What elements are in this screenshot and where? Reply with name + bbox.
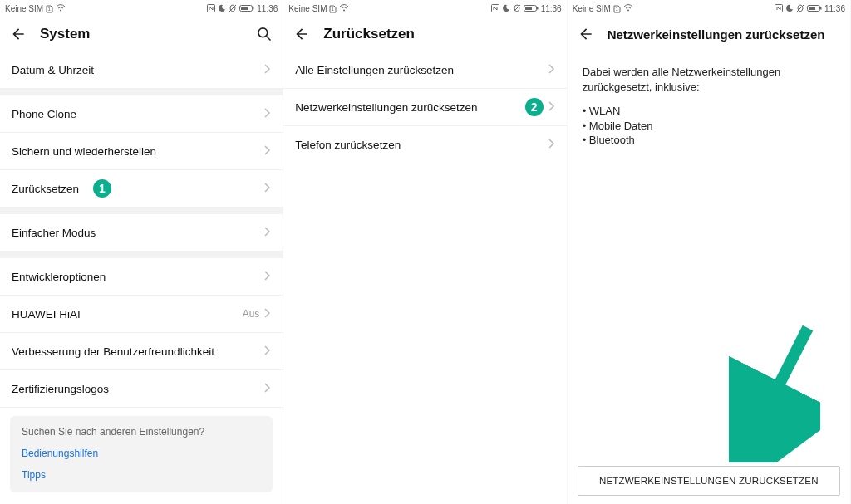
chevron-right-icon xyxy=(264,64,271,76)
row-sichern[interactable]: Sichern und wiederherstellen xyxy=(0,133,283,170)
step-badge-2: 2 xyxy=(524,96,545,118)
suggest-link-tipps[interactable]: Tipps xyxy=(22,469,261,481)
chevron-right-icon xyxy=(264,271,271,283)
mute-icon xyxy=(796,4,804,12)
moon-icon xyxy=(218,4,226,12)
row-huawei-hiai[interactable]: HUAWEI HiAI Aus xyxy=(0,296,283,333)
row-verbesserung[interactable]: Verbesserung der Benutzerfreundlichkeit xyxy=(0,333,283,370)
pointer-arrow-icon xyxy=(729,321,820,466)
sim-status: Keine SIM xyxy=(5,4,43,13)
svg-point-7 xyxy=(258,28,268,37)
back-icon[interactable] xyxy=(10,26,27,42)
suggest-prompt: Suchen Sie nach anderen Einstellungen? xyxy=(22,426,261,438)
nfc-icon xyxy=(775,4,783,12)
chevron-right-icon xyxy=(264,183,271,195)
screen-netzwerk-reset: Keine SIM 1 11:36 Netzwerkeinstellungen … xyxy=(568,0,851,504)
nfc-icon xyxy=(491,4,499,12)
svg-text:1: 1 xyxy=(332,7,335,12)
section-divider xyxy=(0,252,283,258)
moon-icon xyxy=(502,4,510,12)
status-bar: Keine SIM 1 11:36 xyxy=(568,0,850,17)
wifi-icon xyxy=(339,4,349,12)
sim-status: Keine SIM xyxy=(288,4,327,13)
chevron-right-icon xyxy=(264,308,271,321)
chevron-right-icon xyxy=(264,227,271,239)
status-bar: Keine SIM 1 11:36 xyxy=(0,0,283,17)
clock-text: 11:36 xyxy=(541,4,562,13)
info-block: Dabei werden alle Netzwerkeinstellungen … xyxy=(568,51,850,151)
chevron-right-icon xyxy=(548,139,555,151)
clock-text: 11:36 xyxy=(824,4,845,13)
page-title: System xyxy=(40,26,243,42)
info-bullets: WLAN Mobile Daten Bluetooth xyxy=(583,104,835,148)
row-alle-einstellungen[interactable]: Alle Einstellungen zurücksetzen xyxy=(283,51,566,89)
wifi-icon xyxy=(623,4,633,12)
row-entwickleroptionen[interactable]: Entwickleroptionen xyxy=(0,258,283,296)
row-telefon-zuruecksetzen[interactable]: Telefon zurücksetzen xyxy=(283,126,566,164)
chevron-right-icon xyxy=(264,383,271,395)
status-bar: Keine SIM 1 11:36 xyxy=(283,0,566,17)
reset-network-button[interactable]: NETZWERKEINSTELLUNGEN ZURÜCKSETZEN xyxy=(578,466,840,496)
page-title: Netzwerkeinstellungen zurücksetzen xyxy=(608,27,840,42)
svg-rect-15 xyxy=(525,7,532,10)
info-desc: Dabei werden alle Netzwerkeinstellungen … xyxy=(583,65,835,94)
step-badge-1: 1 xyxy=(91,178,113,199)
page-title: Zurücksetzen xyxy=(323,26,556,42)
mute-icon xyxy=(229,4,237,12)
chevron-right-icon xyxy=(548,64,555,76)
battery-icon xyxy=(807,4,822,12)
svg-line-8 xyxy=(267,37,271,41)
battery-icon xyxy=(239,4,254,12)
row-phone-clone[interactable]: Phone Clone xyxy=(0,95,283,133)
svg-text:1: 1 xyxy=(615,7,618,12)
svg-rect-14 xyxy=(537,7,539,10)
row-zuruecksetzen[interactable]: Zurücksetzen 1 xyxy=(0,170,283,208)
wifi-icon xyxy=(56,4,66,12)
sim-card-icon: 1 xyxy=(46,4,53,13)
svg-point-1 xyxy=(60,10,61,12)
row-value: Aus xyxy=(243,308,260,320)
svg-rect-22 xyxy=(809,7,815,10)
moon-icon xyxy=(785,4,794,12)
screen-zuruecksetzen: Keine SIM 1 11:36 Zurücksetzen Alle Eins… xyxy=(283,0,567,504)
svg-rect-21 xyxy=(820,7,822,10)
back-icon[interactable] xyxy=(578,26,594,42)
svg-rect-6 xyxy=(241,7,248,10)
svg-rect-5 xyxy=(253,7,254,10)
header: Zurücksetzen xyxy=(283,17,566,51)
chevron-right-icon xyxy=(264,345,271,358)
section-divider xyxy=(0,89,283,95)
row-einfacher-modus[interactable]: Einfacher Modus xyxy=(0,214,283,252)
sim-card-icon: 1 xyxy=(329,4,337,13)
clock-text: 11:36 xyxy=(257,4,278,13)
header: Netzwerkeinstellungen zurücksetzen xyxy=(568,17,850,51)
suggest-link-bedienungshilfen[interactable]: Bedienungshilfen xyxy=(22,448,261,459)
header: System xyxy=(0,17,283,51)
sim-card-icon: 1 xyxy=(613,4,621,13)
back-icon[interactable] xyxy=(293,26,310,42)
sim-status: Keine SIM xyxy=(573,4,611,13)
suggest-box: Suchen Sie nach anderen Einstellungen? B… xyxy=(10,416,273,492)
row-datum-uhrzeit[interactable]: Datum & Uhrzeit xyxy=(0,51,283,89)
svg-text:1: 1 xyxy=(48,7,52,12)
row-netzwerk-zuruecksetzen[interactable]: Netzwerkeinstellungen zurücksetzen 2 xyxy=(283,89,566,126)
chevron-right-icon xyxy=(548,101,555,114)
row-zertifizierungslogos[interactable]: Zertifizierungslogos xyxy=(0,370,283,408)
section-divider xyxy=(0,208,283,214)
nfc-icon xyxy=(207,4,215,12)
svg-point-10 xyxy=(343,10,345,12)
mute-icon xyxy=(513,4,521,12)
chevron-right-icon xyxy=(264,108,271,120)
battery-icon xyxy=(524,4,539,12)
svg-point-17 xyxy=(627,10,629,12)
svg-line-23 xyxy=(749,328,808,444)
screen-system: Keine SIM 1 11:36 System Datum & Uhrzeit… xyxy=(0,0,283,504)
search-icon[interactable] xyxy=(256,26,273,42)
chevron-right-icon xyxy=(264,145,271,158)
